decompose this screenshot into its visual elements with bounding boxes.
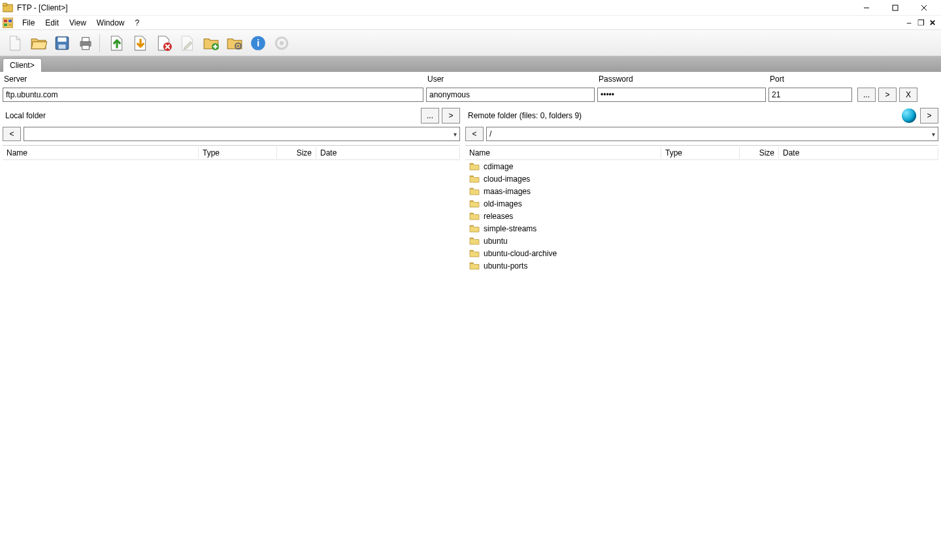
pane-splitter[interactable]: [460, 105, 465, 272]
local-path-row: < ▾: [3, 127, 460, 145]
toolbar-info[interactable]: i: [247, 32, 269, 54]
toolbar-edit-file[interactable]: [176, 32, 199, 54]
password-input[interactable]: [597, 88, 766, 102]
browse-button[interactable]: ...: [857, 88, 876, 102]
port-input[interactable]: [768, 88, 852, 102]
save-icon: [54, 35, 71, 52]
menu-view[interactable]: View: [64, 17, 91, 29]
mdi-close-button[interactable]: ✕: [927, 18, 938, 27]
remote-col-size[interactable]: Size: [740, 147, 779, 159]
list-item[interactable]: simple-streams: [465, 222, 938, 235]
remote-path-row: < / ▾: [465, 127, 938, 145]
svg-rect-6: [3, 18, 13, 28]
chevron-down-icon: ▾: [932, 131, 935, 138]
svg-rect-13: [59, 44, 66, 49]
info-icon: i: [250, 35, 267, 52]
local-folder-label: Local folder: [3, 111, 418, 120]
list-item-name: releases: [484, 212, 513, 221]
remote-col-date[interactable]: Date: [779, 147, 938, 159]
toolbar-folder-settings[interactable]: [223, 32, 246, 54]
svg-text:i: i: [257, 37, 259, 48]
folder-icon: [469, 161, 480, 172]
list-item-name: ubuntu-cloud-archive: [484, 249, 557, 258]
upload-icon: [108, 35, 125, 52]
local-col-type[interactable]: Type: [199, 147, 277, 159]
folder-icon: [469, 199, 480, 209]
remote-col-type[interactable]: Type: [661, 147, 740, 159]
folder-icon: [469, 186, 480, 197]
folder-icon: [469, 223, 480, 234]
local-browse-button[interactable]: ...: [421, 108, 439, 124]
close-button[interactable]: [910, 0, 938, 16]
menu-window[interactable]: Window: [91, 17, 130, 29]
local-path-combo[interactable]: ▾: [24, 127, 460, 141]
local-back-button[interactable]: <: [3, 127, 21, 141]
edit-file-icon: [179, 35, 196, 52]
toolbar-new-folder[interactable]: [200, 32, 222, 54]
local-file-list[interactable]: Name Type Size Date: [3, 145, 460, 272]
svg-rect-16: [82, 45, 90, 50]
list-item-name: cdimage: [484, 162, 513, 171]
svg-rect-8: [8, 20, 12, 22]
list-item[interactable]: ubuntu-cloud-archive: [465, 247, 938, 259]
local-pane-header: Local folder ... >: [3, 105, 460, 127]
list-item[interactable]: cloud-images: [465, 173, 938, 185]
svg-rect-7: [4, 20, 7, 22]
remote-pane-header: Remote folder (files: 0, folders 9) >: [465, 105, 938, 127]
list-item[interactable]: cdimage: [465, 160, 938, 173]
delete-file-icon: [156, 35, 173, 52]
list-item-name: maas-images: [484, 187, 531, 196]
remote-path-combo[interactable]: / ▾: [486, 127, 938, 141]
list-item[interactable]: old-images: [465, 197, 938, 210]
list-item-name: ubuntu-ports: [484, 261, 527, 271]
app-icon: [3, 3, 13, 13]
mdi-restore-button[interactable]: ❐: [915, 18, 927, 27]
toolbar-download[interactable]: [129, 32, 152, 54]
disconnect-button[interactable]: X: [899, 88, 917, 102]
maximize-icon: [892, 5, 899, 11]
new-folder-icon: [203, 35, 220, 52]
tab-client[interactable]: Client>: [3, 58, 42, 72]
folder-gear-icon: [226, 35, 243, 52]
menu-file[interactable]: File: [17, 17, 40, 29]
menu-help[interactable]: ?: [130, 17, 145, 29]
password-label: Password: [597, 74, 766, 84]
local-col-name[interactable]: Name: [3, 147, 199, 159]
list-item-name: ubuntu: [484, 237, 508, 246]
menubar: File Edit View Window ? – ❐ ✕: [0, 16, 941, 30]
user-input[interactable]: [426, 88, 595, 102]
remote-file-list[interactable]: Name Type Size Date cdimagecloud-imagesm…: [465, 145, 938, 272]
list-item[interactable]: releases: [465, 210, 938, 222]
maximize-button[interactable]: [881, 0, 910, 16]
tabstrip: Client>: [0, 56, 941, 72]
port-label: Port: [768, 74, 852, 84]
connect-button[interactable]: >: [878, 88, 897, 102]
toolbar-new-file[interactable]: [4, 32, 26, 54]
remote-go-button[interactable]: >: [920, 108, 938, 124]
svg-rect-1: [3, 3, 7, 6]
local-col-size[interactable]: Size: [277, 147, 316, 159]
mdi-minimize-button[interactable]: –: [903, 18, 915, 27]
minimize-button[interactable]: [852, 0, 881, 16]
remote-back-button[interactable]: <: [465, 127, 484, 141]
toolbar-open-folder[interactable]: [27, 32, 50, 54]
local-go-button[interactable]: >: [442, 108, 460, 124]
local-col-date[interactable]: Date: [316, 147, 460, 159]
printer-icon: [77, 35, 94, 52]
toolbar-delete[interactable]: [153, 32, 175, 54]
list-item[interactable]: ubuntu-ports: [465, 259, 938, 272]
download-icon: [132, 35, 149, 52]
svg-point-28: [280, 41, 284, 45]
server-input[interactable]: [3, 88, 423, 102]
toolbar-settings[interactable]: [271, 32, 293, 54]
menu-edit[interactable]: Edit: [40, 17, 64, 29]
remote-pane: Remote folder (files: 0, folders 9) > < …: [465, 105, 938, 272]
local-column-headers: Name Type Size Date: [3, 146, 460, 160]
toolbar-upload[interactable]: [106, 32, 128, 54]
toolbar-save[interactable]: [51, 32, 73, 54]
remote-col-name[interactable]: Name: [465, 147, 661, 159]
list-item[interactable]: ubuntu: [465, 235, 938, 247]
list-item[interactable]: maas-images: [465, 185, 938, 197]
toolbar-print[interactable]: [74, 32, 97, 54]
list-item-name: cloud-images: [484, 174, 530, 184]
